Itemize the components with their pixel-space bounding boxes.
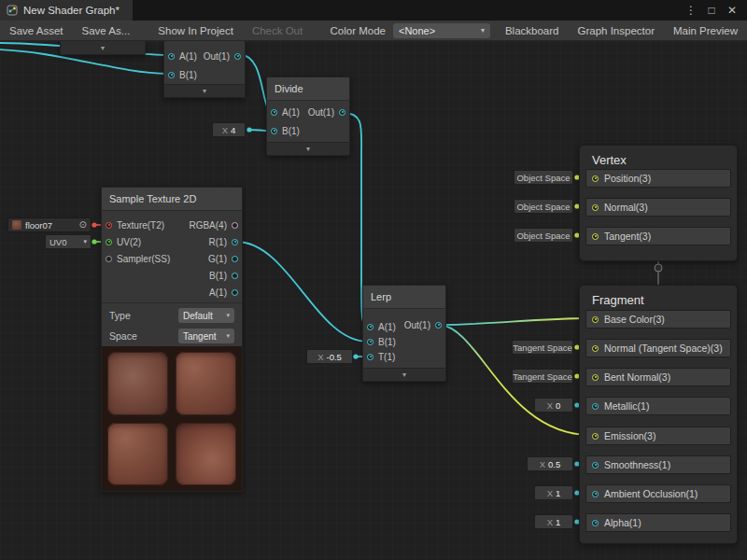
port-texture-t2[interactable] (106, 222, 112, 229)
port-partial-out[interactable] (234, 53, 241, 60)
edge-sample-r-to-lerp-b[interactable] (236, 242, 368, 342)
maximize-icon[interactable]: □ (704, 4, 719, 17)
port-emission[interactable] (592, 433, 599, 440)
fragment-row-smoothness[interactable]: Smoothness(1) (585, 455, 731, 474)
lerp-t-value-field[interactable]: X -0.5 (306, 349, 353, 364)
save-as-button[interactable]: Save As... (73, 21, 140, 40)
port-metallic[interactable] (592, 403, 599, 410)
port-smoothness[interactable] (592, 462, 599, 469)
collapsed-node-stub[interactable]: ▾ (60, 41, 146, 55)
x4-connector-dot[interactable] (247, 127, 251, 132)
port-g1[interactable] (232, 256, 238, 262)
port-normal[interactable] (592, 204, 599, 211)
expander-chevron[interactable]: ▾ (164, 84, 245, 97)
port-partial-b[interactable] (168, 72, 175, 78)
port-rgba4[interactable] (232, 222, 238, 229)
expander-chevron[interactable]: ▾ (267, 142, 349, 155)
kebab-menu-icon[interactable]: ⋮ (684, 4, 698, 17)
space-dropdown[interactable]: Tangent ▾ (178, 329, 234, 343)
save-asset-button[interactable]: Save Asset (0, 21, 73, 40)
chevron-down-icon: ▾ (83, 238, 87, 245)
vertex-row-normal[interactable]: Normal(3) (585, 198, 731, 217)
port-sampler-ss[interactable] (106, 256, 112, 262)
document-tab[interactable]: New Shader Graph* (0, 0, 133, 21)
alpha-value-field[interactable]: X 1 (534, 514, 573, 529)
port-divide-a[interactable] (271, 109, 277, 116)
port-lerp-b[interactable] (367, 339, 374, 345)
vertex-row-tangent[interactable]: Tangent(3) (585, 227, 731, 245)
port-a1[interactable] (232, 289, 238, 296)
port-b1[interactable] (232, 273, 238, 279)
port-uv2[interactable] (106, 239, 112, 245)
graph-canvas[interactable]: ▾ A(1) B(1) Out(1) ▾ Divide A(1) (0, 41, 747, 560)
uv0-connector-dot[interactable] (92, 239, 96, 244)
fragment-row-emission[interactable]: Emission(3) (585, 427, 731, 445)
port-lerp-a[interactable] (367, 324, 374, 330)
port-alpha[interactable] (592, 520, 599, 526)
port-ambient-occlusion[interactable] (592, 491, 599, 497)
show-in-project-button[interactable]: Show In Project (148, 21, 243, 40)
x-value[interactable]: 4 (231, 125, 235, 135)
x-value[interactable]: 1 (556, 517, 560, 527)
vertex-block[interactable]: Vertex Position(3) Normal(3) Tangent(3) (579, 145, 738, 261)
port-lerp-t[interactable] (367, 354, 374, 360)
x-value[interactable]: -0.5 (326, 352, 341, 362)
texture-object-field[interactable]: floor07 ⊙ (7, 217, 92, 232)
x-value[interactable]: 1 (556, 488, 560, 498)
fragment-row-ambient-occlusion[interactable]: Ambient Occlusion(1) (585, 484, 731, 503)
port-divide-b[interactable] (271, 128, 277, 134)
node-partial[interactable]: A(1) B(1) Out(1) ▾ (163, 41, 246, 98)
port-r1[interactable] (232, 239, 238, 245)
port-base-color[interactable] (592, 316, 599, 323)
port-normal-tangent-space[interactable] (592, 345, 599, 352)
fragment-row-metallic[interactable]: Metallic(1) (585, 397, 731, 415)
node-title[interactable]: Divide (267, 77, 349, 101)
port-tangent[interactable] (592, 233, 599, 240)
x-value[interactable]: 0.5 (548, 459, 560, 469)
fragment-block[interactable]: Fragment Base Color(3) Normal (Tangent S… (579, 285, 738, 544)
port-position[interactable] (592, 175, 599, 182)
main-preview-toggle[interactable]: Main Preview (664, 21, 747, 40)
node-lerp[interactable]: Lerp A(1) B(1) T(1) Out(1) ▾ (362, 285, 446, 382)
port-divide-out[interactable] (339, 109, 345, 116)
fragment-row-base-color[interactable]: Base Color(3) (585, 310, 731, 329)
type-dropdown[interactable]: Default ▾ (178, 308, 234, 323)
fragment-row-bent-normal[interactable]: Bent Normal(3) (585, 368, 731, 386)
chip-tangent-space[interactable]: Tangent Space (512, 340, 573, 355)
floor07-connector-dot[interactable] (92, 222, 96, 227)
blackboard-toggle[interactable]: Blackboard (496, 21, 569, 40)
port-lerp-out[interactable] (435, 322, 442, 329)
graph-inspector-toggle[interactable]: Graph Inspector (569, 21, 664, 40)
close-icon[interactable]: ✕ (725, 4, 740, 17)
expander-chevron[interactable]: ▾ (363, 368, 445, 381)
port-bent-normal[interactable] (592, 374, 599, 381)
chip-object-space[interactable]: Object Space (514, 228, 573, 243)
metallic-value-field[interactable]: X 0 (534, 398, 573, 413)
node-title[interactable]: Sample Texture 2D (102, 188, 242, 211)
uv-channel-dropdown[interactable]: UV0 ▾ (45, 234, 92, 249)
block-connector[interactable] (655, 264, 662, 272)
fragment-row-alpha[interactable]: Alpha(1) (585, 513, 731, 532)
expander-chevron[interactable]: ▾ (61, 41, 145, 54)
edge-lerp-to-base-color[interactable] (440, 318, 590, 325)
texture-preview (102, 346, 242, 491)
chip-tangent-space[interactable]: Tangent Space (512, 369, 573, 384)
preview-tile (176, 423, 236, 486)
fragment-row-normal-ts[interactable]: Normal (Tangent Space)(3) (585, 339, 731, 357)
divide-b-value-field[interactable]: X 4 (212, 122, 246, 137)
x-value[interactable]: 0 (556, 400, 560, 411)
chip-object-space[interactable]: Object Space (514, 199, 573, 214)
color-mode-dropdown[interactable]: <None> ▾ (393, 23, 490, 38)
object-picker-icon[interactable]: ⊙ (79, 220, 87, 230)
space-label: Space (109, 330, 137, 342)
node-sample-texture-2d[interactable]: Sample Texture 2D Texture(T2) UV(2) Samp… (101, 187, 243, 492)
vertex-row-position[interactable]: Position(3) (585, 169, 731, 188)
node-title[interactable]: Lerp (363, 286, 445, 309)
ambient-occlusion-value-field[interactable]: X 1 (534, 485, 573, 500)
node-divide[interactable]: Divide A(1) B(1) Out(1) ▾ (266, 77, 350, 156)
smoothness-value-field[interactable]: X 0.5 (527, 456, 573, 471)
color-mode-value: <None> (399, 25, 435, 36)
xneg05-connector-dot[interactable] (353, 354, 358, 358)
port-partial-a[interactable] (168, 53, 175, 60)
chip-object-space[interactable]: Object Space (514, 170, 573, 185)
